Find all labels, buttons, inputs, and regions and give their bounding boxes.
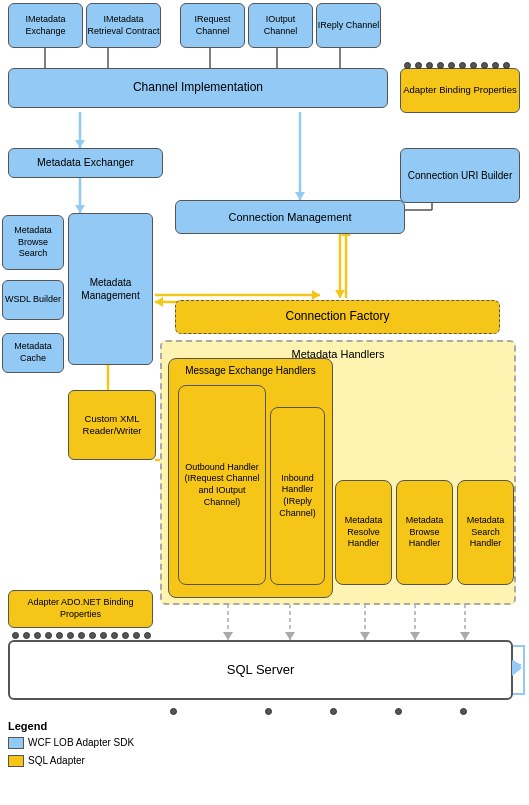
metadata-browse-search-box: Metadata Browse Search [2, 215, 64, 270]
svg-marker-23 [155, 297, 163, 307]
svg-marker-31 [285, 632, 295, 640]
connection-management-box: Connection Management [175, 200, 405, 234]
sql-right-arrow [513, 645, 525, 695]
ioutput-channel-box: IOutput Channel [248, 3, 313, 48]
svg-marker-14 [335, 290, 345, 298]
svg-marker-8 [75, 205, 85, 213]
metadata-browse-handler-box: Metadata Browse Handler [396, 480, 453, 585]
connection-factory-box: Connection Factory [175, 300, 500, 334]
legend-wcf-label: WCF LOB Adapter SDK [28, 737, 134, 748]
irequest-channel-box: IRequest Channel [180, 3, 245, 48]
imetadata-exchange-box: IMetadata Exchange [8, 3, 83, 48]
wsdl-builder-box: WSDL Builder [2, 280, 64, 320]
adapter-binding-properties-box: Adapter Binding Properties [400, 68, 520, 113]
outbound-handler-box: Outbound Handler (IRequest Channel and I… [178, 385, 266, 585]
metadata-exchanger-box: Metadata Exchanger [8, 148, 163, 178]
legend-wcf-box [8, 737, 24, 749]
svg-marker-6 [75, 140, 85, 148]
svg-marker-33 [360, 632, 370, 640]
svg-marker-35 [410, 632, 420, 640]
svg-marker-12 [295, 192, 305, 200]
imetadata-retrieval-box: IMetadata Retrieval Contract [86, 3, 161, 48]
channel-implementation-box: Channel Implementation [8, 68, 388, 108]
diagram: IMetadata Exchange IMetadata Retrieval C… [0, 0, 529, 805]
legend-sql-box [8, 755, 24, 767]
custom-xml-box: Custom XML Reader/Writer [68, 390, 156, 460]
metadata-resolve-handler-box: Metadata Resolve Handler [335, 480, 392, 585]
inbound-handler-box: Inbound Handler (IReply Channel) [270, 407, 325, 585]
svg-marker-29 [223, 632, 233, 640]
legend-label: Legend [8, 720, 47, 732]
legend-sql-label: SQL Adapter [28, 755, 85, 766]
svg-marker-21 [312, 290, 320, 300]
connection-uri-builder-box: Connection URI Builder [400, 148, 520, 203]
ireply-channel-box: IReply Channel [316, 3, 381, 48]
metadata-search-handler-box: Metadata Search Handler [457, 480, 514, 585]
svg-marker-37 [460, 632, 470, 640]
metadata-cache-box: Metadata Cache [2, 333, 64, 373]
svg-marker-40 [512, 660, 522, 676]
sql-server-box: SQL Server [8, 640, 513, 700]
metadata-management-box: Metadata Management [68, 213, 153, 365]
adapter-adonet-box: Adapter ADO.NET Binding Properties [8, 590, 153, 628]
